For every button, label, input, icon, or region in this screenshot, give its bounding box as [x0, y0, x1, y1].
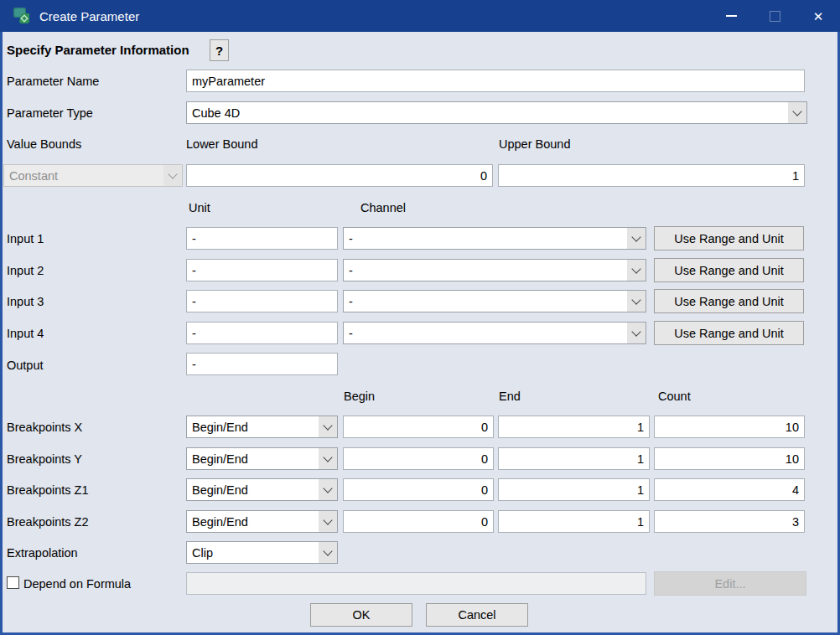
breakpoints-z1-mode-select[interactable]: Begin/End	[186, 478, 338, 501]
breakpoints-x-end-input[interactable]	[498, 416, 650, 438]
breakpoints-y-mode-value: Begin/End	[187, 448, 319, 469]
breakpoints-z1-count-input[interactable]	[654, 478, 805, 501]
breakpoints-y-end-input[interactable]	[498, 447, 650, 470]
lower-bound-input[interactable]	[186, 164, 493, 187]
breakpoints-y-count-input[interactable]	[654, 447, 805, 470]
maximize-button	[753, 0, 796, 32]
input1-channel-select[interactable]: -	[343, 227, 646, 250]
breakpoints-z2-count-input[interactable]	[654, 510, 805, 533]
chevron-down-icon	[319, 448, 337, 469]
extrapolation-label: Extrapolation	[7, 546, 78, 560]
breakpoints-y-label: Breakpoints Y	[7, 452, 82, 466]
input1-unit-input[interactable]	[186, 227, 338, 250]
unit-column-header: Unit	[189, 201, 210, 214]
output-unit-input[interactable]	[186, 353, 338, 375]
parameter-name-label: Parameter Name	[7, 75, 99, 88]
breakpoints-z1-end-input[interactable]	[498, 478, 650, 501]
input3-use-range-button[interactable]: Use Range and Unit	[654, 289, 804, 313]
input1-channel-value: -	[344, 228, 627, 249]
formula-input	[186, 572, 646, 595]
minimize-button[interactable]	[709, 0, 753, 32]
input1-use-range-button[interactable]: Use Range and Unit	[654, 226, 804, 250]
extrapolation-value: Clip	[187, 542, 319, 563]
input3-unit-input[interactable]	[186, 290, 338, 312]
count-column-header: Count	[658, 390, 691, 403]
end-column-header: End	[499, 390, 521, 403]
chevron-down-icon	[319, 479, 337, 500]
input2-label: Input 2	[7, 264, 44, 277]
breakpoints-z2-label: Breakpoints Z2	[7, 515, 89, 529]
input4-channel-select[interactable]: -	[343, 322, 646, 344]
parameter-type-value: Cube 4D	[187, 102, 788, 123]
output-label: Output	[7, 359, 44, 372]
breakpoints-z1-mode-value: Begin/End	[187, 479, 319, 500]
minimize-icon	[726, 15, 737, 17]
parameter-type-select[interactable]: Cube 4D	[186, 101, 807, 124]
input2-use-range-button[interactable]: Use Range and Unit	[654, 258, 804, 282]
chevron-down-icon	[627, 228, 646, 249]
parameter-type-label: Parameter Type	[7, 106, 93, 120]
breakpoints-y-mode-select[interactable]: Begin/End	[186, 447, 338, 470]
breakpoints-x-label: Breakpoints X	[7, 421, 82, 434]
breakpoints-z2-end-input[interactable]	[498, 510, 650, 533]
breakpoints-x-mode-select[interactable]: Begin/End	[186, 416, 338, 438]
input4-unit-input[interactable]	[186, 322, 338, 344]
breakpoints-x-mode-value: Begin/End	[187, 416, 319, 437]
breakpoints-x-count-input[interactable]	[654, 416, 805, 438]
chevron-down-icon	[627, 323, 646, 343]
chevron-down-icon	[163, 165, 182, 186]
value-bounds-mode-value: Constant	[4, 165, 163, 186]
channel-column-header: Channel	[360, 201, 406, 214]
depend-on-formula-label: Depend on Formula	[23, 577, 131, 591]
page-title: Specify Parameter Information	[7, 43, 189, 57]
window-controls: ✕	[709, 0, 840, 32]
chevron-down-icon	[627, 260, 646, 281]
input4-channel-value: -	[344, 323, 627, 343]
parameter-name-input[interactable]	[186, 70, 805, 92]
extrapolation-select[interactable]: Clip	[186, 541, 338, 564]
input3-channel-select[interactable]: -	[343, 290, 646, 312]
chevron-down-icon	[319, 511, 337, 532]
breakpoints-y-begin-input[interactable]	[343, 447, 494, 470]
cancel-button[interactable]: Cancel	[426, 603, 528, 627]
upper-bound-input[interactable]	[498, 164, 805, 187]
create-parameter-dialog: Create Parameter ✕ Specify Parameter Inf…	[0, 0, 840, 635]
breakpoints-z2-begin-input[interactable]	[343, 510, 494, 533]
ok-button[interactable]: OK	[310, 603, 412, 627]
close-button[interactable]: ✕	[796, 0, 840, 32]
edit-formula-button: Edit...	[654, 571, 806, 596]
close-icon: ✕	[813, 10, 824, 23]
help-button[interactable]: ?	[210, 39, 229, 61]
input4-label: Input 4	[7, 327, 44, 340]
titlebar: Create Parameter ✕	[0, 0, 840, 32]
input4-use-range-button[interactable]: Use Range and Unit	[654, 321, 804, 345]
input3-channel-value: -	[344, 291, 627, 312]
begin-column-header: Begin	[344, 390, 375, 403]
input1-label: Input 1	[7, 232, 44, 245]
maximize-icon	[770, 11, 780, 22]
breakpoints-z1-label: Breakpoints Z1	[7, 483, 89, 497]
frame-edge-left	[0, 32, 3, 635]
input2-channel-value: -	[344, 260, 627, 281]
input3-label: Input 3	[7, 295, 44, 308]
chevron-down-icon	[627, 291, 646, 312]
input2-channel-select[interactable]: -	[343, 259, 646, 281]
lower-bound-label: Lower Bound	[186, 137, 257, 151]
window-title: Create Parameter	[39, 9, 139, 23]
app-icon	[13, 7, 31, 25]
upper-bound-label: Upper Bound	[499, 137, 570, 151]
chevron-down-icon	[319, 542, 337, 563]
depend-on-formula-checkbox[interactable]	[7, 576, 19, 589]
breakpoints-x-begin-input[interactable]	[343, 416, 494, 438]
chevron-down-icon	[788, 102, 806, 123]
value-bounds-label: Value Bounds	[7, 137, 81, 151]
breakpoints-z2-mode-value: Begin/End	[187, 511, 319, 532]
input2-unit-input[interactable]	[186, 259, 338, 281]
value-bounds-mode-select: Constant	[3, 164, 183, 187]
chevron-down-icon	[319, 416, 337, 437]
breakpoints-z1-begin-input[interactable]	[343, 478, 494, 501]
breakpoints-z2-mode-select[interactable]: Begin/End	[186, 510, 338, 533]
